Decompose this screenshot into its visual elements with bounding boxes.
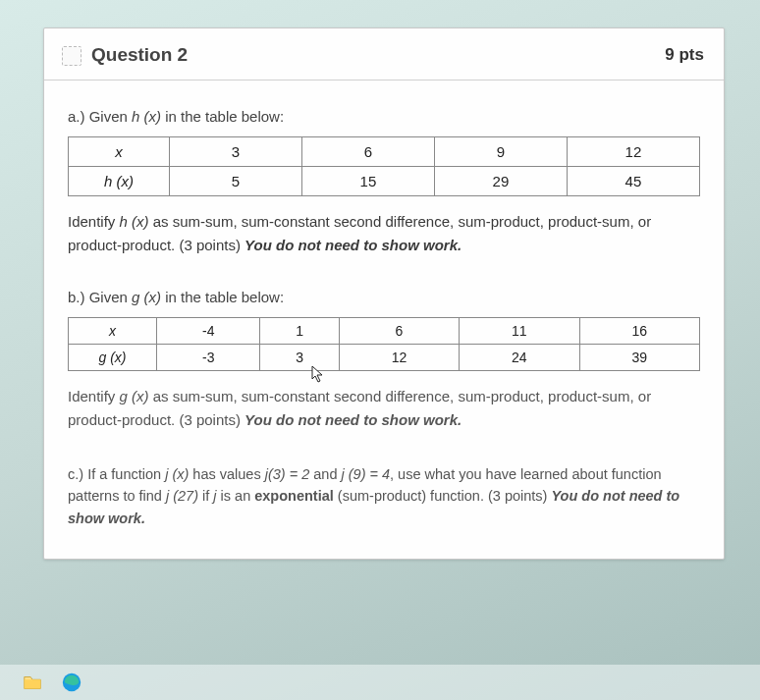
cell: 6 xyxy=(339,318,459,345)
cell: 39 xyxy=(579,345,699,371)
part-a: a.) Given h (x) in the table below: x 3 … xyxy=(68,108,700,257)
part-b: b.) Given g (x) in the table below: x -4… xyxy=(68,289,700,432)
fx-j9: j (9) = 4 xyxy=(342,466,391,482)
row-label-hx: h (x) xyxy=(69,167,170,196)
question-body: a.) Given h (x) in the table below: x 3 … xyxy=(44,81,724,559)
question-points: 9 pts xyxy=(665,45,704,65)
svg-rect-0 xyxy=(25,679,41,688)
table-row: x 3 6 9 12 xyxy=(69,137,700,167)
fx-j27: j (27) xyxy=(166,488,198,504)
table-gx: x -4 1 6 11 16 g (x) -3 3 12 24 39 xyxy=(68,317,700,371)
text: and xyxy=(309,466,341,482)
text: if xyxy=(198,488,213,504)
cell: 24 xyxy=(460,345,579,371)
part-a-label: a.) Given h (x) in the table below: xyxy=(68,108,700,125)
cell: 1 xyxy=(260,318,339,345)
fx-hx: h (x) xyxy=(132,108,161,125)
cell: 15 xyxy=(301,167,434,196)
part-b-label: b.) Given g (x) in the table below: xyxy=(68,289,700,305)
cell: 45 xyxy=(567,167,699,196)
fx-jx: j (x) xyxy=(165,466,189,482)
text: Identify xyxy=(68,213,120,230)
text: b.) Given xyxy=(68,289,132,305)
question-title: Question 2 xyxy=(91,44,188,66)
file-explorer-icon[interactable] xyxy=(22,672,43,693)
question-header: Question 2 9 pts xyxy=(44,28,724,81)
fx-gx: g (x) xyxy=(120,388,149,404)
cell: 9 xyxy=(434,137,567,167)
text-bold: You do not need to show work. xyxy=(244,237,461,253)
part-c: c.) If a function j (x) has values j(3) … xyxy=(68,463,700,529)
cell: 12 xyxy=(339,345,459,371)
table-row: x -4 1 6 11 16 xyxy=(69,318,700,345)
taskbar xyxy=(0,665,760,700)
row-label-x: x xyxy=(69,318,157,345)
cell: -3 xyxy=(157,345,260,371)
row-label-gx: g (x) xyxy=(69,345,157,371)
page-container: Question 2 9 pts a.) Given h (x) in the … xyxy=(0,0,760,560)
text: in the table below: xyxy=(161,108,284,125)
text-bold: You do not need to show work. xyxy=(244,411,461,428)
cell: 11 xyxy=(460,318,579,345)
text: c.) If a function xyxy=(68,466,165,482)
cell: 5 xyxy=(169,167,301,196)
cell: 3 xyxy=(169,137,301,167)
cell: -4 xyxy=(157,318,260,345)
text: has values xyxy=(189,466,264,482)
text: (sum-product) function. (3 points) xyxy=(334,488,552,504)
text: Identify xyxy=(68,388,120,404)
text: a.) Given xyxy=(68,108,132,125)
cursor-icon xyxy=(311,365,325,383)
fx-gx: g (x) xyxy=(132,289,161,305)
cell: 6 xyxy=(301,137,434,167)
row-label-x: x xyxy=(69,137,170,167)
fx-hx: h (x) xyxy=(120,213,149,230)
part-b-instruction: Identify g (x) as sum-sum, sum-constant … xyxy=(68,385,700,432)
cell: 3 xyxy=(260,345,339,371)
text-bold: exponential xyxy=(254,488,334,504)
part-a-instruction: Identify h (x) as sum-sum, sum-constant … xyxy=(68,210,700,257)
cell: 12 xyxy=(567,137,699,167)
question-card: Question 2 9 pts a.) Given h (x) in the … xyxy=(43,27,725,560)
fx-j3: j(3) = 2 xyxy=(265,466,310,482)
text: is an xyxy=(217,488,255,504)
table-row: g (x) -3 3 12 24 39 xyxy=(69,345,700,371)
table-row: h (x) 5 15 29 45 xyxy=(69,167,700,196)
cell: 29 xyxy=(434,167,567,196)
cell: 16 xyxy=(579,318,699,345)
text: in the table below: xyxy=(161,289,284,305)
table-hx: x 3 6 9 12 h (x) 5 15 29 45 xyxy=(68,136,700,196)
part-c-text: c.) If a function j (x) has values j(3) … xyxy=(68,463,700,529)
edge-browser-icon[interactable] xyxy=(61,672,82,693)
